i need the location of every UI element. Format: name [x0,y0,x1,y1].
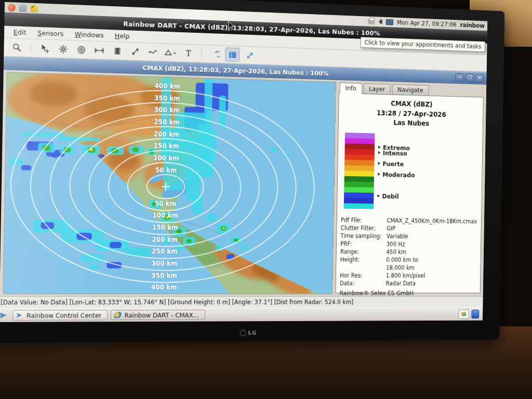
measure-distance-icon [94,45,104,55]
detail-value: 300 Hz [387,241,477,248]
legend-label-debil: Debil [377,192,398,200]
detail-value: 0.000 km to [386,256,477,263]
legend-color-row [344,192,374,198]
legend-label-moderado: Moderado [378,170,415,178]
detail-value: 450 km [386,248,477,256]
arrow-icon [378,162,381,165]
toolbar-separator [201,48,202,59]
legend-labels: ExtremoIntensoFuerteModeradoDebil [377,133,451,209]
dart-icon [114,312,122,318]
legend-color-bar [344,132,375,209]
main-content: 50 km50 km100 km100 km150 km150 km200 km… [0,70,486,296]
detach-button[interactable] [243,48,257,62]
taskbar: Rainbow Control CenterRainbow DART - CMA… [0,308,483,322]
taskbar-button-label: Rainbow DART - CMAX... [124,311,199,319]
lg-logo-text: LG [248,330,257,337]
panel-toggle-button[interactable] [225,47,240,62]
svg-text:350 km: 350 km [154,94,180,102]
info-panel: InfoLayerNavigate CMAX (dBZ) 13:28 / 27-… [334,80,486,296]
radar-map[interactable]: 50 km50 km100 km100 km150 km150 km200 km… [3,72,336,294]
target-icon [76,45,86,55]
svg-text:300 km: 300 km [154,106,180,115]
taskbar-menu-icon[interactable] [1,311,10,320]
detail-label: Hor Res: [340,272,386,279]
status-readout: [Data Value: No Data] [Lon-Lat: 83.333° … [1,299,353,306]
minimize-button[interactable]: − [455,73,464,82]
svg-text:150 km: 150 km [152,223,178,232]
menu-help[interactable]: Help [110,31,135,41]
detail-value: 1.800 km/pixel [386,272,477,279]
screen: Mon Apr 27, 09:27:06 rainbow Rainbow DAR… [0,2,487,322]
tv-brand: LG [240,330,257,337]
text-icon: T [183,48,193,58]
legend-label-intenso: Intenso [378,149,407,157]
menu-sensors[interactable]: Sensors [32,28,69,39]
detail-label: Data: [340,280,386,286]
tool-measure-button[interactable] [91,43,107,58]
tool-zoom-button[interactable] [9,40,24,55]
app-launcher-icon[interactable] [19,4,26,11]
lg-logo-icon [240,330,246,337]
detail-label: Range: [340,248,387,255]
close-button[interactable]: × [475,74,484,82]
taskbar-button-label: Rainbow Control Center [26,311,102,319]
tool-resize-button[interactable] [127,44,142,59]
pan-select-icon [40,43,50,53]
animation-icon [112,46,122,56]
legend-label-fuerte: Fuerte [378,160,404,168]
product-details: Pdf File:CMAX_Z_450Km_0Km-18Km.cmaxClutt… [340,217,477,287]
hostname-label: rainbow [460,21,485,29]
reflectivity-legend: ExtremoIntensoFuerteModeradoDebil [344,132,479,210]
arrow-icon [378,194,380,197]
tv-monitor: Mon Apr 27, 09:27:06 rainbow Rainbow DAR… [0,0,504,343]
svg-text:50 km: 50 km [155,166,177,174]
panel-launchers [5,3,38,12]
svg-text:250 km: 250 km [152,247,178,256]
info-card: CMAX (dBZ) 13:28 / 27-Apr-2026 Las Nubes… [336,93,484,294]
status-bar: [Data Value: No Data] [Lon-Lat: 83.333° … [0,296,483,308]
maximize-button[interactable]: ❐ [466,73,474,82]
detail-label: Pdf File: [341,217,387,224]
window-controls: − ❐ × [455,73,486,83]
arrow-icon [378,146,381,149]
arrow-icon [378,173,380,176]
detail-value: Variable [387,233,477,241]
tool-text-button[interactable]: T [181,46,196,60]
editor-launcher-icon[interactable] [30,4,38,12]
browser-launcher-icon[interactable] [8,3,16,11]
workspace-tray-icon[interactable] [471,310,479,318]
undo-button[interactable] [208,47,222,61]
detach-icon [245,50,255,60]
tool-compass-button[interactable] [56,42,71,57]
panel-clock[interactable]: Mon Apr 27, 09:27:06 [397,19,457,29]
printer-icon[interactable] [368,19,375,24]
tab-info[interactable]: Info [340,83,362,94]
tool-animation-button[interactable] [110,44,125,58]
svg-text:100 km: 100 km [152,211,178,220]
legend-color-row [344,203,374,209]
tool-target-button[interactable] [74,42,89,57]
detail-label-spacer [340,264,386,271]
polygon-icon [164,48,177,58]
tool-curve-button[interactable] [145,45,161,59]
menu-edit[interactable]: Edit [8,27,32,37]
detail-label: PRF: [340,240,387,247]
tool-pan-select-button[interactable] [37,41,52,56]
toolbar-separator [31,42,31,54]
legend-color-row [344,197,374,203]
compass-icon [58,44,68,54]
svg-text:100 km: 100 km [153,154,179,162]
tool-polygon-button[interactable] [163,45,178,60]
volume-icon[interactable] [378,19,382,24]
tab-navigate[interactable]: Navigate [392,84,429,96]
tab-layer[interactable]: Layer [363,83,391,94]
display-icon[interactable] [386,19,393,25]
undo-icon [210,49,220,59]
taskbar-buttons: Rainbow Control CenterRainbow DART - CMA… [12,309,458,321]
product-heading: CMAX (dBZ) 13:28 / 27-Apr-2026 Las Nubes [342,98,480,130]
taskbar-button-2[interactable]: Rainbow DART - CMAX... [111,310,205,320]
show-desktop-button[interactable] [458,309,469,319]
taskbar-button-1[interactable]: Rainbow Control Center [12,310,108,321]
detail-value: CMAX_Z_450Km_0Km-18Km.cmax [387,217,477,225]
menu-windows[interactable]: Windows [70,29,109,40]
